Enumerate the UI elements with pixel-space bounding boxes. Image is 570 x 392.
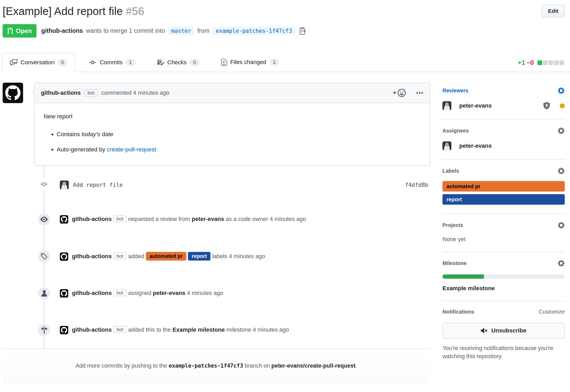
event-text: added this to the (128, 326, 171, 333)
pr-tabbar: Conversation 0 Commits 1 Checks 0 Files … (0, 52, 570, 72)
mute-icon (481, 327, 488, 334)
bullet-text: Auto-generated by (57, 146, 107, 153)
projects-heading-row[interactable]: Projects (442, 221, 565, 229)
file-diff-icon (221, 58, 227, 66)
base-branch-label[interactable]: master (168, 27, 194, 35)
tab-checks[interactable]: Checks 0 (149, 53, 207, 72)
sidebar-label-automated-pr[interactable]: automated pr (442, 181, 565, 192)
event-actor-avatar[interactable] (60, 215, 68, 224)
gear-icon[interactable] (558, 127, 565, 135)
commit-message-link[interactable]: Add report file (73, 182, 123, 188)
footer-text: branch on (243, 363, 272, 369)
git-commit-icon (38, 178, 50, 190)
tab-count-badge: 1 (270, 59, 279, 66)
commit-sha-link[interactable]: f4dfd8b (405, 182, 428, 188)
assignee-name-link[interactable]: peter-evans (459, 142, 492, 149)
tab-label: Conversation (20, 59, 55, 66)
create-pull-request-link[interactable]: create-pull-request (107, 146, 156, 153)
assignees-heading-row[interactable]: Assignees (442, 127, 565, 135)
comment-timestamp-link[interactable]: commented 4 minutes ago (101, 89, 169, 96)
gear-icon[interactable] (558, 259, 565, 267)
diffstat[interactable]: +1 −0 (518, 59, 564, 66)
bullet-item: Auto-generated by create-pull-request (57, 145, 421, 154)
eye-icon (38, 213, 50, 225)
add-reaction-button[interactable] (393, 88, 407, 97)
comment-discussion-icon (10, 59, 17, 66)
notifications-heading: Notifications (442, 309, 474, 315)
milestone-heading-row[interactable]: Milestone (442, 259, 565, 267)
event-actor-avatar[interactable] (60, 289, 68, 298)
event-subject-link[interactable]: peter-evans (192, 216, 224, 222)
reviewers-heading-row[interactable]: Reviewers (442, 87, 565, 94)
footer-repo-name: peter-evans/create-pull-request (271, 363, 355, 369)
timeline-event-review-requested: github-actions bot requested a review fr… (2, 201, 430, 238)
projects-heading: Projects (442, 222, 463, 228)
pr-author-link[interactable]: github-actions (41, 27, 83, 34)
labels-section: Labels automated pr report (442, 159, 565, 214)
from-text: from (197, 27, 209, 34)
comment-header: github-actions bot commented 4 minutes a… (35, 83, 430, 103)
comment-body: New report Contains today's date Auto-ge… (35, 103, 430, 165)
footer-branch-name: example-patches-1f47cf3 (169, 363, 243, 369)
bot-badge: bot (113, 326, 126, 333)
octocat-icon (5, 85, 20, 100)
gear-icon[interactable] (558, 167, 565, 175)
tab-count-badge: 0 (58, 59, 67, 66)
push-hint-footer: Add more commits by pushing to the examp… (2, 348, 430, 385)
gear-icon[interactable] (558, 221, 565, 229)
pr-status-row: Open github-actions wants to merge 1 com… (3, 24, 565, 38)
label-automated-pr[interactable]: automated pr (146, 252, 187, 261)
tab-files-changed[interactable]: Files changed 1 (213, 52, 287, 72)
event-actor-link[interactable]: github-actions (72, 290, 112, 296)
event-actor-avatar[interactable] (60, 252, 68, 261)
comment-author-link[interactable]: github-actions (41, 89, 81, 96)
tab-commits[interactable]: Commits 1 (81, 53, 143, 72)
event-timestamp-link[interactable]: 4 minutes ago (187, 290, 223, 296)
head-branch-label[interactable]: example-patches-1f47cf3 (213, 27, 295, 35)
sidebar-label-report[interactable]: report (442, 194, 565, 205)
labels-heading-row[interactable]: Labels (442, 167, 565, 175)
label-report[interactable]: report (188, 252, 210, 261)
tab-count-badge: 0 (190, 59, 199, 66)
unsubscribe-button[interactable]: Unsubscribe (442, 323, 565, 338)
milestone-progress-bar (442, 274, 565, 279)
person-icon (38, 287, 50, 299)
event-subject-link[interactable]: peter-evans (153, 290, 186, 296)
kebab-menu-button[interactable] (416, 89, 424, 97)
labels-heading: Labels (442, 168, 459, 174)
reviewers-heading: Reviewers (442, 88, 468, 94)
customize-link[interactable]: Customize (539, 309, 565, 315)
reviewer-avatar[interactable] (442, 101, 451, 110)
committer-avatar[interactable] (60, 181, 69, 189)
timeline-event-milestoned: github-actions bot added this to the Exa… (2, 312, 430, 348)
event-actor-link[interactable]: github-actions (72, 253, 112, 259)
event-timestamp-link[interactable]: 4 minutes ago (229, 253, 265, 259)
milestone-name-link[interactable]: Example milestone (442, 285, 565, 292)
bullet-text: date (100, 131, 113, 137)
assignee-avatar[interactable] (442, 141, 451, 150)
event-timestamp-link[interactable]: 4 minutes ago (270, 216, 306, 222)
event-subject-link[interactable]: Example milestone (172, 326, 225, 333)
event-actor-avatar[interactable] (60, 326, 68, 334)
issue-comment: github-actions bot commented 4 minutes a… (2, 83, 430, 166)
diffstat-blocks (537, 60, 564, 65)
edit-button[interactable]: Edit (542, 5, 565, 17)
event-text: as a code owner (226, 216, 268, 222)
event-text: added (128, 253, 144, 259)
gear-icon[interactable] (558, 87, 565, 94)
tab-label: Checks (167, 59, 187, 66)
bullet-italic-text: today's (82, 131, 100, 137)
merge-text: wants to merge 1 commit into (86, 27, 165, 34)
comment-bullet-list: Contains today's date Auto-generated by … (44, 130, 421, 154)
footer-text: . (355, 363, 357, 369)
event-text: requested a review from (128, 216, 190, 222)
event-actor-link[interactable]: github-actions (72, 326, 112, 333)
event-actor-link[interactable]: github-actions (72, 216, 112, 222)
tab-conversation[interactable]: Conversation 0 (2, 53, 75, 72)
github-actions-avatar[interactable] (3, 83, 23, 103)
copy-branch-button[interactable] (298, 27, 306, 35)
reviewer-name-link[interactable]: peter-evans (459, 102, 492, 109)
content: github-actions bot commented 4 minutes a… (0, 72, 570, 385)
event-timestamp-link[interactable]: 4 minutes ago (253, 326, 289, 333)
reviewer-row: peter-evans (442, 101, 565, 110)
